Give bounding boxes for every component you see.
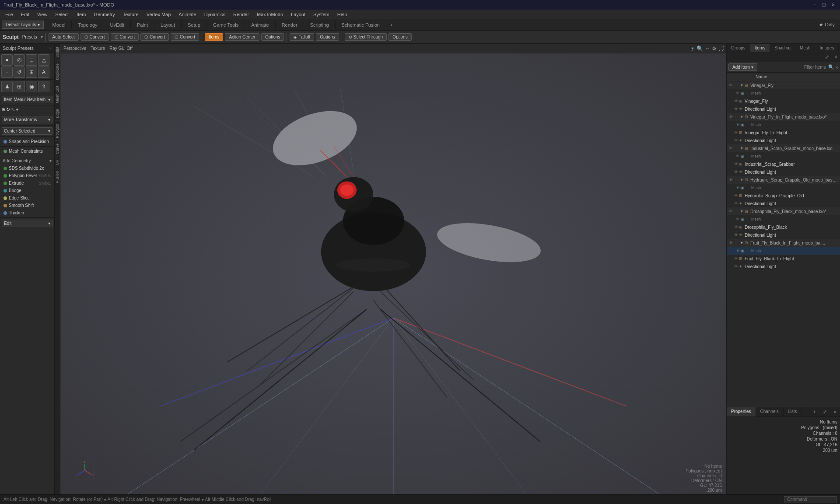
expand-icon[interactable]: ▼ [740,146,744,150]
list-item[interactable]: 👁 ▣ Mesh [727,89,840,97]
menu-texture[interactable]: Texture [119,11,142,18]
tool-ring[interactable]: ◎ [14,54,25,66]
viewport-icon-3[interactable]: ↔ [705,46,710,52]
menu-help[interactable]: Help [334,11,351,18]
menu-animate[interactable]: Animate [175,11,200,18]
side-tab-fusion[interactable]: Fusion [55,168,60,186]
options-btn-2[interactable]: Options [316,33,339,41]
menu-select[interactable]: Select [52,11,72,18]
add-item-btn[interactable]: Add Item ▾ [728,63,757,71]
tool-sphere[interactable]: ◉ [26,81,37,92]
bpt-properties[interactable]: Properties [727,407,756,416]
eye-icon[interactable]: 👁 [728,83,734,88]
eye-icon[interactable]: 👁 [735,154,741,158]
list-item[interactable]: 👁 ☀ Directional Light [727,200,840,207]
tool-person[interactable]: ♟ [1,81,13,92]
select-through-btn[interactable]: ⊙ Select Through [345,33,387,41]
sds-subdivide-btn[interactable]: SDS Subdivide 2x [2,164,52,172]
minimize-btn[interactable]: − [812,2,818,8]
menu-render[interactable]: Render [230,11,252,18]
tab-gametools[interactable]: Game Tools [207,21,245,29]
add-tab-btn[interactable]: + [386,21,396,29]
eye-icon[interactable]: 👁 [733,107,739,111]
tab-animate[interactable]: Animate [245,21,275,29]
list-item[interactable]: 👁 ⊞ Vinegar_Fly [727,97,840,105]
items-list[interactable]: 👁 ▼ ⊞ Vinegar_Fly 👁 ▣ Mesh 👁 ⊞ Vinegar_F… [727,81,840,407]
viewport-canvas[interactable]: X Z Y No Items Polygons : (mixed) Channe… [61,53,726,494]
side-tab-sculpt[interactable]: Sculpt [55,44,60,60]
items-btn[interactable]: Items [205,33,223,41]
viewport-icon-1[interactable]: ⊞ [690,46,695,52]
menu-system[interactable]: System [310,11,333,18]
action-center-btn[interactable]: Action Center [225,33,259,41]
bp-add-icon[interactable]: + [809,407,819,416]
eye-icon[interactable]: 👁 [728,241,734,245]
bp-close-icon[interactable]: × [830,407,840,416]
expand-icon[interactable]: ▼ [740,241,744,245]
list-item[interactable]: 👁 ⊞ Drosophila_Fly_Black [727,223,840,231]
item-menu-dropdown[interactable]: Item Menu: New Item ▾ [2,96,52,103]
eye-icon[interactable]: 👁 [733,130,739,135]
convert-btn-1[interactable]: ⬡ Convert [80,33,109,41]
presets-arrow[interactable]: ▾ [41,35,43,39]
rp-expand-icon[interactable]: ⤢ [822,52,832,62]
eye-icon[interactable]: 👁 [728,115,734,119]
eye-icon[interactable]: 👁 [733,99,739,103]
list-item[interactable]: 👁 ⊞ Fruit_Fly_Black_In_Flight [727,255,840,262]
tab-paint[interactable]: Paint [131,21,154,29]
rp-close-icon[interactable]: × [832,52,840,62]
convert-btn-2[interactable]: ⬡ Convert [111,33,139,41]
tab-render[interactable]: Render [276,21,304,29]
tool-scale[interactable]: ⊞ [26,66,37,78]
center-selected-dropdown[interactable]: Center Selected ▾ [2,127,52,135]
eye-icon[interactable]: 👁 [735,91,741,95]
convert-btn-3[interactable]: ⬡ Convert [140,33,169,41]
tool-square[interactable]: □ [26,54,37,66]
list-item[interactable]: 👁 ▼ ⊞ Hydraulic_Scrap_Grapple_Old_modo_b… [727,176,840,184]
side-tab-curve[interactable]: Curve [55,140,60,157]
options-btn-1[interactable]: Options [261,33,284,41]
side-tab-edge[interactable]: Edge [55,106,60,121]
bridge-btn[interactable]: Bridge [2,187,52,194]
tab-topology[interactable]: Topology [72,21,104,29]
tab-uvedit[interactable]: UvEdit [104,21,131,29]
bpt-channels[interactable]: Channels [756,407,784,416]
bpt-lists[interactable]: Lists [784,407,802,416]
eye-icon[interactable]: 👁 [728,146,734,150]
tab-schematic[interactable]: Schematic Fusion [336,21,386,29]
presets-close-icon[interactable]: × [49,46,52,50]
rpt-images[interactable]: Images [815,44,839,52]
list-item[interactable]: 👁 ▣ Mesh [727,247,840,255]
menu-item[interactable]: Item [73,11,89,18]
menu-geometry[interactable]: Geometry [90,11,118,18]
edit-dropdown[interactable]: Edit ▾ [2,220,52,227]
list-item[interactable]: 👁 ☀ Directional Light [727,136,840,144]
close-btn[interactable]: × [830,2,836,8]
menu-dynamics[interactable]: Dynamics [201,11,229,18]
expand-icon[interactable]: ▼ [740,115,744,119]
eye-icon[interactable]: 👁 [735,122,741,127]
auto-select-btn[interactable]: Auto Select [49,33,79,41]
only-btn[interactable]: ★ Only [816,21,838,28]
list-item[interactable]: 👁 ▼ ⊞ Vinegar_Fly [727,81,840,89]
extrude-btn[interactable]: Extrude Shift-E [2,179,52,187]
bp-expand-icon[interactable]: ⤢ [819,407,830,416]
menu-view[interactable]: View [34,11,51,18]
tab-scripting[interactable]: Scripting [304,21,336,29]
menu-vertexmap[interactable]: Vertex Map [143,11,175,18]
side-tab-meshedit[interactable]: Mesh Edit [55,83,60,106]
eye-icon[interactable]: 👁 [733,170,739,174]
viewport-icon-5[interactable]: ⛶ [718,46,724,52]
layout-dropdown[interactable]: Default Layouts ▾ [2,21,44,29]
tool-circle[interactable]: ● [1,54,13,66]
tab-model[interactable]: Model [46,21,72,29]
eye-icon[interactable]: 👁 [733,256,739,261]
list-item[interactable]: 👁 ▼ ⊞ Drosophila_Fly_Black_modo_base.lxo… [727,207,840,215]
menu-maxtomodo[interactable]: MaxToModo [253,11,287,18]
tool-move[interactable]: ⊕ [1,107,5,112]
mesh-constraints-btn[interactable]: Mesh Constraints [2,147,52,155]
list-item[interactable]: 👁 ▼ ⊞ Industrial_Scrap_Grabber_modo_base… [727,144,840,152]
list-item[interactable]: 👁 ⊞ Hydraulic_Scrap_Grapple_Old [727,192,840,200]
side-tab-polygon[interactable]: Polygon [55,121,60,141]
list-item[interactable]: 👁 ▼ ⊞ Fruit_Fly_Black_In_Flight_modo_ba … [727,239,840,247]
